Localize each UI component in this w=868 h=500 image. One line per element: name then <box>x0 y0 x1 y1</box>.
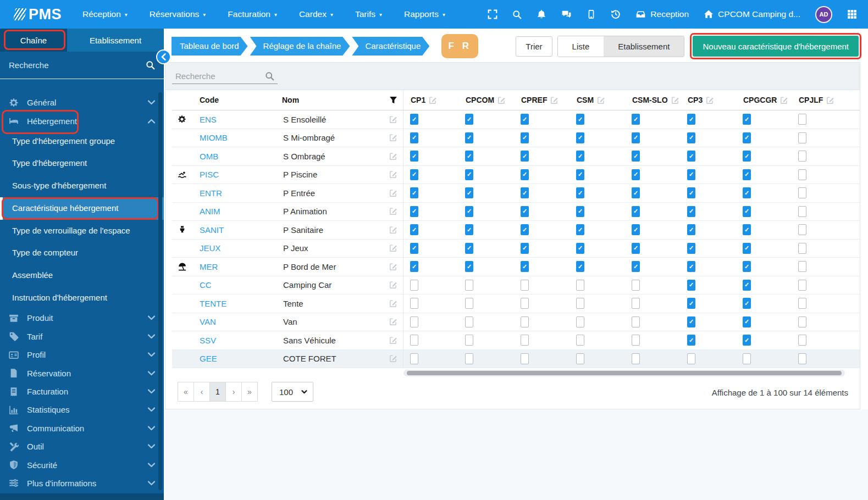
pagination-last[interactable]: » <box>241 382 258 402</box>
checkbox-miomb-csm[interactable]: ✓ <box>576 132 584 143</box>
sidebar-item-caracte-ristique-he-bergement[interactable]: Caractéristique hébergement <box>0 197 164 220</box>
checkbox-cc-cpgcgr[interactable]: ✓ <box>743 280 751 291</box>
row-code-link[interactable]: ENS <box>192 115 274 124</box>
checkbox-omb-cpref[interactable]: ✓ <box>521 151 529 162</box>
checkbox-miomb-cp1[interactable]: ✓ <box>410 132 418 143</box>
sidebar-item-statistiques[interactable]: Statistiques <box>0 401 164 419</box>
avatar[interactable]: AD <box>815 6 832 23</box>
checkbox-anim-cpgcgr[interactable]: ✓ <box>743 206 751 217</box>
checkbox-omb-csm-slo[interactable]: ✓ <box>632 151 640 162</box>
checkbox-cc-cpcom[interactable] <box>465 280 473 291</box>
pms-logo[interactable]: PMS <box>14 6 62 23</box>
checkbox-jeux-cpref[interactable]: ✓ <box>521 243 529 254</box>
checkbox-tente-cp3[interactable]: ✓ <box>687 298 695 309</box>
reception-context-button[interactable]: Reception <box>635 9 689 19</box>
row-code-link[interactable]: ENTR <box>192 188 274 198</box>
checkbox-miomb-cp3[interactable]: ✓ <box>687 132 695 143</box>
checkbox-cc-csm[interactable] <box>576 280 584 291</box>
edit-icon[interactable] <box>597 96 605 104</box>
sidebar-item-ge-ne-ral[interactable]: Général <box>0 93 164 112</box>
checkbox-entr-csm-slo[interactable]: ✓ <box>632 187 640 198</box>
pagination-next[interactable]: › <box>225 382 242 402</box>
scrollbar-thumb[interactable] <box>407 371 842 375</box>
menu-tarifs[interactable]: Tarifs▾ <box>355 9 382 19</box>
new-characteristic-button[interactable]: Nouveau caractéristique d'hébergement <box>693 36 859 57</box>
page-size-select[interactable]: 100 <box>272 382 313 402</box>
checkbox-pisc-cp1[interactable]: ✓ <box>410 169 418 180</box>
row-code-link[interactable]: PISC <box>192 170 274 179</box>
checkbox-ens-csm-slo[interactable]: ✓ <box>632 114 640 125</box>
checkbox-jeux-cpgcgr[interactable]: ✓ <box>743 243 751 254</box>
checkbox-mer-cpref[interactable]: ✓ <box>521 261 529 272</box>
sidebar-item-se-curite-[interactable]: Sécurité <box>0 455 164 474</box>
checkbox-gee-csm-slo[interactable] <box>632 353 640 364</box>
sidebar-collapse-button[interactable] <box>156 49 171 64</box>
sidebar-item-type-d-he-bergement-groupe[interactable]: Type d'hébergement groupe <box>0 130 164 153</box>
sidebar-item-re-servation[interactable]: Réservation <box>0 364 164 382</box>
checkbox-mer-cp1[interactable]: ✓ <box>410 261 418 272</box>
checkbox-omb-csm[interactable]: ✓ <box>576 151 584 162</box>
checkbox-sanit-cp3[interactable]: ✓ <box>687 224 695 235</box>
menu-rapports[interactable]: Rapports▾ <box>404 9 445 19</box>
checkbox-mer-cpcom[interactable]: ✓ <box>465 261 473 272</box>
checkbox-ssv-cpgcgr[interactable]: ✓ <box>743 335 751 346</box>
sidebar-item-plus-d-informations[interactable]: Plus d'informations <box>0 474 164 492</box>
checkbox-tente-csm-slo[interactable] <box>632 298 640 309</box>
menu-reception[interactable]: Réception▾ <box>82 9 128 19</box>
sidebar-item-type-de-verrouillage-de-l-espace[interactable]: Type de verrouillage de l'espace <box>0 220 164 242</box>
checkbox-omb-cp1[interactable]: ✓ <box>410 151 418 162</box>
checkbox-anim-cpcom[interactable]: ✓ <box>465 206 473 217</box>
checkbox-pisc-cp3[interactable]: ✓ <box>687 169 695 180</box>
row-code-link[interactable]: MIOMB <box>192 133 274 142</box>
checkbox-ens-cpcom[interactable]: ✓ <box>465 114 473 125</box>
checkbox-van-cpcom[interactable] <box>465 316 473 327</box>
checkbox-gee-cpgcgr[interactable] <box>743 353 751 364</box>
edit-icon[interactable] <box>389 170 397 179</box>
edit-icon[interactable] <box>389 281 397 289</box>
checkbox-cc-cpjlf[interactable] <box>798 280 806 291</box>
sidebar-item-sous-type-d-he-bergement[interactable]: Sous-type d'hébergement <box>0 175 164 197</box>
checkbox-ssv-csm-slo[interactable] <box>632 335 640 346</box>
menu-reservations[interactable]: Réservations▾ <box>150 9 206 19</box>
checkbox-entr-cpgcgr[interactable]: ✓ <box>743 187 751 198</box>
checkbox-gee-cp3[interactable] <box>687 353 695 364</box>
checkbox-tente-csm[interactable] <box>576 298 584 309</box>
pagination-first[interactable]: « <box>178 382 194 402</box>
history-icon[interactable] <box>611 9 621 19</box>
edit-icon[interactable] <box>826 96 834 104</box>
checkbox-ssv-csm[interactable] <box>576 335 584 346</box>
checkbox-van-csm-slo[interactable] <box>632 316 640 327</box>
checkbox-sanit-csm-slo[interactable]: ✓ <box>632 224 640 235</box>
checkbox-van-cp3[interactable]: ✓ <box>687 316 695 327</box>
edit-icon[interactable] <box>389 207 397 215</box>
property-context-button[interactable]: CPCOM Camping d... <box>704 9 800 19</box>
checkbox-jeux-cpcom[interactable]: ✓ <box>465 243 473 254</box>
checkbox-anim-csm[interactable]: ✓ <box>576 206 584 217</box>
checkbox-van-cpref[interactable] <box>521 316 529 327</box>
edit-icon[interactable] <box>550 96 559 104</box>
edit-icon[interactable] <box>429 96 437 104</box>
row-code-link[interactable]: VAN <box>192 317 274 326</box>
language-badge[interactable]: F R <box>441 34 478 58</box>
checkbox-sanit-cpcom[interactable]: ✓ <box>465 224 473 235</box>
sidebar-search-input[interactable]: Recherche <box>0 52 164 79</box>
checkbox-tente-cpcom[interactable] <box>465 298 473 309</box>
checkbox-cc-cp1[interactable] <box>410 280 418 291</box>
checkbox-sanit-cp1[interactable]: ✓ <box>410 224 418 235</box>
checkbox-entr-cpjlf[interactable] <box>798 187 806 198</box>
sidebar-item-assemble-e[interactable]: Assemblée <box>0 264 164 287</box>
checkbox-ens-csm[interactable]: ✓ <box>576 114 584 125</box>
edit-icon[interactable] <box>706 96 714 104</box>
checkbox-cc-cp3[interactable]: ✓ <box>687 280 695 291</box>
edit-icon[interactable] <box>389 152 397 160</box>
breadcrumb-item[interactable]: Réglage de la chaîne <box>250 37 350 55</box>
checkbox-entr-csm[interactable]: ✓ <box>576 187 584 198</box>
checkbox-mer-cpgcgr[interactable]: ✓ <box>743 261 751 272</box>
checkbox-sanit-cpref[interactable]: ✓ <box>521 224 529 235</box>
checkbox-pisc-csm-slo[interactable]: ✓ <box>632 169 640 180</box>
search-icon[interactable] <box>512 10 522 19</box>
checkbox-anim-cp3[interactable]: ✓ <box>687 206 695 217</box>
checkbox-jeux-csm-slo[interactable]: ✓ <box>632 243 640 254</box>
checkbox-omb-cpgcgr[interactable]: ✓ <box>743 151 751 162</box>
checkbox-miomb-cpref[interactable]: ✓ <box>521 132 529 143</box>
